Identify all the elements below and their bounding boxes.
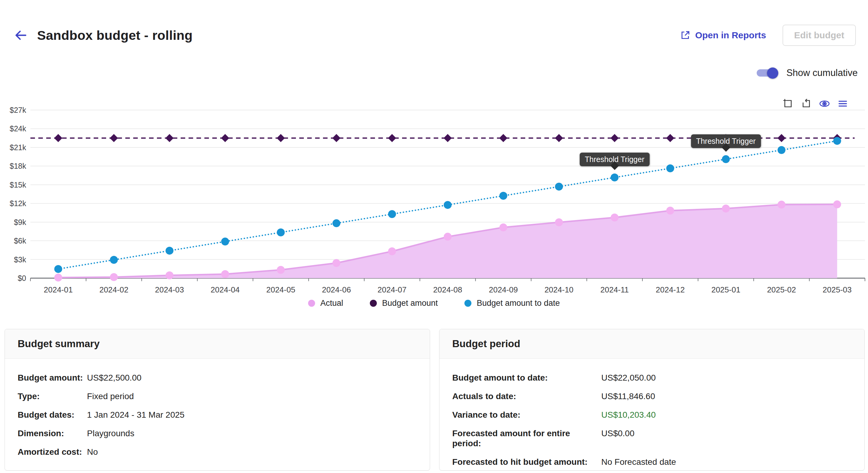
chart-legend: ActualBudget amountBudget amount to date [0, 298, 868, 308]
svg-text:$6k: $6k [14, 236, 27, 245]
budget-summary-card: Budget summary Budget amount:US$22,500.0… [5, 329, 430, 471]
open-in-reports-link[interactable]: Open in Reports [680, 30, 766, 40]
svg-text:2024-07: 2024-07 [377, 285, 406, 294]
budget-period-header: Budget period [439, 329, 864, 359]
svg-text:$24k: $24k [10, 124, 27, 133]
row-label: Budget dates: [18, 410, 87, 420]
row-value: US$22,050.00 [601, 373, 851, 383]
card-row: Forecasted amount for entire period:US$0… [452, 428, 851, 448]
budget-summary-title: Budget summary [18, 338, 100, 350]
legend-dot [370, 300, 377, 307]
legend-dot [464, 300, 471, 307]
svg-text:2024-03: 2024-03 [155, 285, 184, 294]
row-label: Forecasted to hit budget amount: [452, 457, 601, 467]
open-in-reports-label: Open in Reports [695, 30, 766, 40]
toggle-thumb [767, 67, 778, 79]
svg-text:2024-12: 2024-12 [656, 285, 685, 294]
back-button[interactable] [12, 27, 29, 44]
legend-label: Actual [320, 298, 343, 308]
legend-item-actual[interactable]: Actual [308, 298, 343, 308]
card-row: Budget dates:1 Jan 2024 - 31 Mar 2025 [18, 410, 417, 420]
budget-chart: $0$3k$6k$9k$12k$15k$18k$21k$24k$27k2024-… [0, 91, 868, 317]
row-value: 1 Jan 2024 - 31 Mar 2025 [87, 410, 417, 420]
row-value: US$0.00 [601, 428, 851, 448]
row-value: US$10,203.40 [601, 410, 851, 420]
card-row: Amortized cost:No [18, 447, 417, 457]
card-row: Variance to date:US$10,203.40 [452, 410, 851, 420]
row-label: Actuals to date: [452, 391, 601, 401]
budget-period-card: Budget period Budget amount to date:US$2… [439, 329, 865, 471]
row-label: Dimension: [18, 428, 87, 438]
legend-item-budget-amount-to-date[interactable]: Budget amount to date [464, 298, 560, 308]
card-row: Actuals to date:US$11,846.60 [452, 391, 851, 401]
svg-text:2024-09: 2024-09 [489, 285, 518, 294]
row-value: Fixed period [87, 391, 417, 401]
svg-text:$0: $0 [18, 274, 26, 282]
row-label: Variance to date: [452, 410, 601, 420]
svg-text:$9k: $9k [14, 218, 27, 226]
chart-plot-area[interactable]: $0$3k$6k$9k$12k$15k$18k$21k$24k$27k2024-… [0, 91, 868, 317]
svg-text:2025-03: 2025-03 [823, 285, 851, 294]
budget-period-body: Budget amount to date:US$22,050.00Actual… [439, 359, 864, 471]
page-title: Sandbox budget - rolling [37, 28, 192, 43]
row-label: Amortized cost: [18, 447, 87, 457]
restore-icon[interactable] [801, 98, 812, 109]
show-cumulative-toggle[interactable] [757, 67, 779, 79]
row-value: No [87, 447, 417, 457]
svg-text:2024-01: 2024-01 [44, 285, 73, 294]
svg-text:2025-01: 2025-01 [711, 285, 740, 294]
svg-text:$21k: $21k [10, 143, 27, 152]
svg-text:2025-02: 2025-02 [767, 285, 796, 294]
arrow-left-icon [14, 28, 28, 42]
card-row: Budget amount to date:US$22,050.00 [452, 373, 851, 383]
row-label: Budget amount to date: [452, 373, 601, 383]
row-value: US$11,846.60 [601, 391, 851, 401]
row-value: US$22,500.00 [87, 373, 417, 383]
budget-summary-body: Budget amount:US$22,500.00Type:Fixed per… [5, 359, 430, 471]
row-label: Budget amount: [18, 373, 87, 383]
row-label: Forecasted amount for entire period: [452, 428, 601, 448]
show-cumulative-control: Show cumulative [757, 64, 858, 82]
svg-text:$3k: $3k [14, 255, 27, 264]
show-cumulative-label: Show cumulative [786, 67, 858, 78]
edit-budget-button[interactable]: Edit budget [782, 25, 856, 46]
summary-cards: Budget summary Budget amount:US$22,500.0… [5, 329, 865, 471]
external-link-icon [680, 30, 690, 40]
row-value: Playgrounds [87, 428, 417, 438]
data-zoom-icon[interactable] [782, 98, 794, 109]
svg-text:2024-11: 2024-11 [600, 285, 629, 294]
menu-icon[interactable] [837, 98, 848, 109]
card-row: Type:Fixed period [18, 391, 417, 401]
svg-text:$15k: $15k [10, 181, 27, 189]
svg-text:2024-08: 2024-08 [433, 285, 462, 294]
legend-item-budget-amount[interactable]: Budget amount [370, 298, 438, 308]
budget-period-title: Budget period [452, 338, 520, 350]
svg-text:2024-04: 2024-04 [211, 285, 240, 294]
card-row: Dimension:Playgrounds [18, 428, 417, 438]
header-actions: Open in Reports Edit budget [680, 25, 856, 46]
legend-dot [308, 300, 315, 307]
svg-text:2024-10: 2024-10 [545, 285, 573, 294]
row-label: Type: [18, 391, 87, 401]
card-row: Forecasted to hit budget amount:No Forec… [452, 457, 851, 467]
svg-text:2024-05: 2024-05 [266, 285, 295, 294]
legend-label: Budget amount [382, 298, 438, 308]
svg-text:$12k: $12k [10, 199, 27, 208]
budget-summary-header: Budget summary [5, 329, 430, 359]
row-value: No Forecasted date [601, 457, 851, 467]
svg-text:2024-02: 2024-02 [99, 285, 128, 294]
page-header: Sandbox budget - rolling Open in Reports… [12, 24, 856, 47]
svg-text:2024-06: 2024-06 [322, 285, 351, 294]
svg-text:$27k: $27k [10, 106, 27, 114]
card-row: Budget amount:US$22,500.00 [18, 373, 417, 383]
eye-icon[interactable] [819, 98, 830, 109]
svg-text:$18k: $18k [10, 162, 27, 170]
chart-toolbar [782, 98, 848, 109]
legend-label: Budget amount to date [476, 298, 560, 308]
